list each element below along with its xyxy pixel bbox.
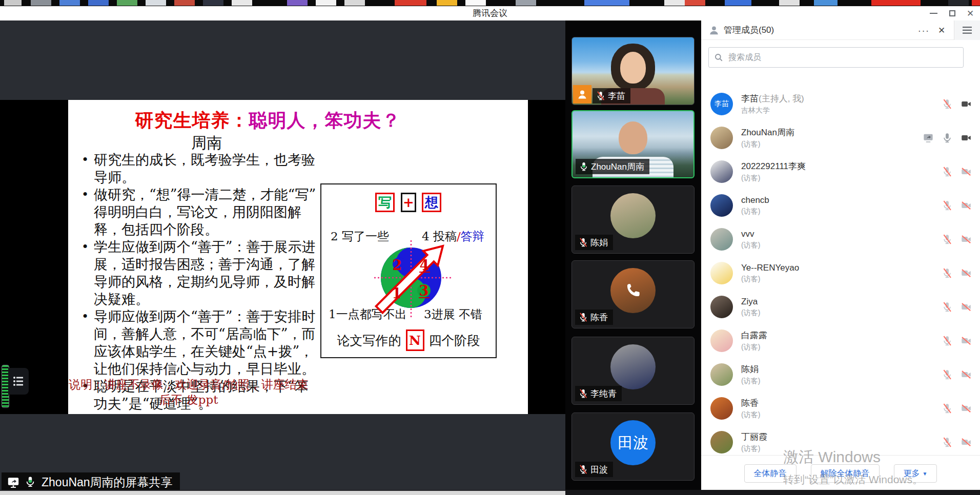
member-search-input[interactable]: [727, 52, 958, 63]
panel-close-button[interactable]: ✕: [933, 20, 950, 40]
member-row[interactable]: 白露露 (访客): [701, 324, 980, 358]
camera-status-icon[interactable]: [961, 437, 972, 448]
member-panel-header: 管理成员(50) ··· ✕: [701, 20, 980, 40]
member-row[interactable]: ZhouNan周南 (访客): [701, 121, 980, 155]
member-row[interactable]: 丁丽霞 (访客): [701, 425, 980, 455]
camera-status-icon[interactable]: [961, 403, 972, 414]
member-name: 白露露: [741, 331, 767, 340]
panel-more-button[interactable]: ···: [914, 20, 933, 40]
slide-bullets: 研究生的成长，既考验学生，也考验导师。做研究，“想”得一清二楚，才能“写”得明明…: [80, 151, 320, 412]
mic-status-icon[interactable]: [942, 132, 953, 143]
member-row[interactable]: 陈香 (访客): [701, 391, 980, 425]
member-row[interactable]: Ye--RENYeyao (访客): [701, 256, 980, 290]
camera-status-icon[interactable]: [961, 200, 972, 211]
mic-status-icon[interactable]: [942, 369, 953, 380]
member-row[interactable]: vvv (访客): [701, 222, 980, 256]
taskbar-fragment: [174, 0, 195, 6]
member-name: 李苗: [741, 94, 759, 104]
slide-title-red: 研究生培养：: [135, 109, 249, 131]
camera-status-icon[interactable]: [961, 132, 972, 143]
mic-status-icon[interactable]: [942, 267, 953, 279]
taskbar-fragment: [316, 0, 336, 6]
camera-status-icon[interactable]: [961, 335, 972, 346]
member-subtitle: (访客): [741, 207, 769, 216]
mic-status-icon[interactable]: [942, 403, 953, 414]
camera-status-icon[interactable]: [961, 166, 972, 177]
hamburger-icon: [963, 27, 972, 34]
camera-status-icon[interactable]: [961, 98, 972, 110]
camera-status-icon[interactable]: [961, 267, 972, 279]
mic-status-icon[interactable]: [942, 437, 953, 448]
video-tile[interactable]: 田波 田波: [571, 412, 695, 481]
tile-mic-icon: [579, 161, 589, 172]
member-row[interactable]: Ziya (访客): [701, 290, 980, 324]
member-row[interactable]: 2022292111李爽 (访客): [701, 155, 980, 189]
member-name: Ziya: [741, 297, 758, 306]
camera-status-icon[interactable]: [961, 369, 972, 380]
member-row[interactable]: 陈娟 (访客): [701, 358, 980, 391]
member-subtitle: (访客): [741, 308, 760, 318]
member-status-icons: [942, 335, 972, 346]
video-thumbnail-column: 李苗 ZhouNan周南 陈娟 陈香 李纯青 田波 田波: [565, 20, 701, 490]
panel-dock-toggle[interactable]: [954, 20, 980, 40]
member-avatar: [710, 363, 733, 386]
member-subtitle: (访客): [741, 343, 767, 352]
video-tile[interactable]: ZhouNan周南: [571, 110, 695, 178]
tile-mic-icon: [578, 237, 588, 248]
participant-avatar: [610, 344, 656, 389]
taskbar-fragment: [203, 0, 223, 6]
mic-status-icon[interactable]: [942, 98, 953, 110]
mic-status-icon[interactable]: [942, 166, 953, 177]
unmute-all-button[interactable]: 解除全体静音: [811, 464, 880, 483]
taskbar-fragment: [948, 0, 969, 6]
mic-status-icon[interactable]: [942, 234, 953, 245]
taskbar-fragment: [287, 0, 308, 6]
search-icon: [714, 53, 723, 62]
mic-status-icon[interactable]: [942, 200, 953, 211]
member-status-icons: [942, 369, 972, 380]
participant-avatar: [610, 193, 656, 238]
video-tile[interactable]: 李纯青: [571, 337, 695, 405]
participant-avatar: 田波: [610, 420, 656, 465]
member-avatar: [710, 397, 733, 420]
taskbar-fragment: [395, 0, 426, 6]
taskbar-fragment: [465, 0, 486, 6]
member-text: 陈娟 (访客): [741, 363, 760, 386]
member-avatar: [710, 262, 733, 284]
video-tile[interactable]: 李苗: [571, 37, 695, 105]
camera-status-icon[interactable]: [961, 234, 972, 245]
video-name-bar: 李纯青: [575, 386, 622, 401]
background-taskbar-strip: [0, 0, 980, 6]
member-status-icons: [942, 98, 972, 110]
more-actions-button[interactable]: 更多▼: [894, 464, 937, 483]
camera-status-icon[interactable]: [961, 301, 972, 313]
diagram-caption-post: 四个阶段: [429, 332, 480, 349]
member-text: Ziya (访客): [741, 297, 760, 318]
member-avatar: [710, 296, 733, 318]
video-tile[interactable]: 陈香: [571, 260, 695, 328]
taskbar-fragment: [4, 0, 22, 6]
mute-all-button[interactable]: 全体静音: [744, 464, 797, 483]
member-list-toggle[interactable]: [8, 368, 29, 395]
member-name: ZhouNan周南: [741, 128, 794, 137]
tile-participant-name: 陈娟: [590, 237, 608, 249]
member-row[interactable]: 李苗 李苗(主持人, 我) 吉林大学: [701, 87, 980, 121]
member-management-panel: 管理成员(50) ··· ✕ 李苗 李苗(主持人, 我) 吉林大学: [701, 20, 980, 490]
taskbar-edge-left: [0, 490, 565, 495]
mic-status-icon[interactable]: [942, 335, 953, 346]
member-name: 陈香: [741, 398, 759, 408]
mic-status-icon[interactable]: [942, 301, 953, 313]
member-status-icons: [942, 166, 972, 177]
video-tile[interactable]: 陈娟: [571, 185, 695, 254]
screen-share-banner: ZhouNan周南的屏幕共享: [2, 472, 180, 492]
close-button[interactable]: ✕: [961, 6, 980, 20]
minimize-icon: [930, 13, 937, 14]
member-row[interactable]: chencb (访客): [701, 189, 980, 222]
video-name-bar: 陈娟: [575, 235, 613, 250]
member-search-box: [708, 47, 964, 68]
active-mic-icon: [24, 476, 37, 489]
taskbar-fragment: [725, 0, 751, 6]
maximize-button[interactable]: [943, 6, 962, 20]
minimize-button[interactable]: [924, 6, 943, 20]
taskbar-fragment: [88, 0, 109, 6]
